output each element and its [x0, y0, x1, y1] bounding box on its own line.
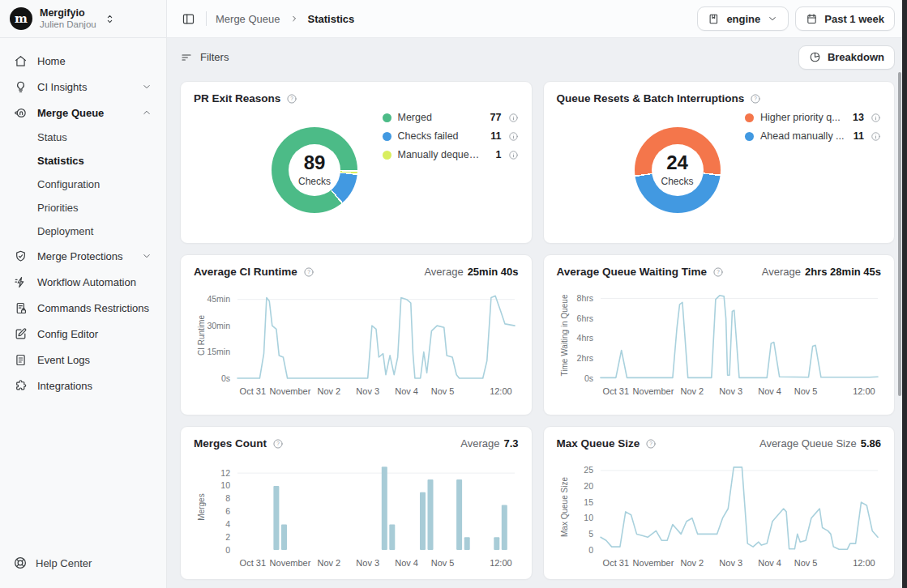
svg-text:Nov 3: Nov 3 — [719, 386, 742, 396]
svg-text:2: 2 — [225, 532, 230, 542]
svg-text:Oct 31: Oct 31 — [602, 386, 628, 396]
date-range-button[interactable]: Past 1 week — [795, 6, 895, 31]
info-icon[interactable] — [871, 131, 881, 142]
sidebar-subitem-configuration[interactable]: Configuration — [6, 173, 160, 196]
info-icon[interactable] — [508, 131, 519, 142]
filters-button[interactable]: Filters — [180, 51, 229, 64]
svg-text:Nov 2: Nov 2 — [680, 386, 704, 396]
svg-text:15: 15 — [584, 497, 593, 507]
sidebar-item-ci-insights[interactable]: CI Insights — [6, 74, 160, 100]
puzzle-icon — [14, 379, 28, 393]
card-queue-resets: Queue Resets & Batch Interruptions?24Che… — [543, 81, 896, 244]
card-avg-queue-waiting: Average Queue Waiting Time?Average2hrs 2… — [543, 254, 896, 415]
help-center-link[interactable]: Help Center — [0, 544, 166, 588]
sidebar-item-label: CI Insights — [37, 81, 131, 93]
legend-item[interactable]: Manually dequeued1 — [383, 149, 519, 160]
legend-label: Checks failed — [398, 130, 482, 142]
sidebar-item-event-logs[interactable]: Event Logs — [6, 347, 160, 373]
svg-text:Nov 2: Nov 2 — [680, 558, 704, 568]
info-icon[interactable] — [508, 113, 519, 123]
vertical-scrollbar[interactable] — [898, 72, 901, 396]
sidebar-item-merge-protections[interactable]: Merge Protections — [6, 243, 160, 269]
help-icon[interactable]: ? — [286, 93, 297, 104]
help-icon[interactable]: ? — [303, 266, 314, 278]
breadcrumb-parent[interactable]: Merge Queue — [216, 13, 280, 25]
average-value: 7.3 — [503, 437, 518, 450]
account-text: Mergifyio Julien Danjou — [40, 7, 96, 31]
help-icon[interactable]: ? — [712, 266, 724, 278]
svg-text:25: 25 — [584, 465, 593, 475]
card-merges-count: Merges Count?Average7.3024681012MergesOc… — [180, 426, 533, 580]
repo-selector-button[interactable]: engine — [697, 6, 789, 31]
queue-icon — [14, 106, 28, 120]
svg-text:November: November — [632, 386, 674, 396]
header-actions: engine Past 1 week — [697, 6, 895, 31]
svg-text:12:00: 12:00 — [853, 386, 875, 396]
help-icon[interactable]: ? — [750, 93, 761, 104]
card-average: Average25min 40s — [424, 266, 518, 278]
donut-center: 89Checks — [289, 144, 340, 196]
sidebar-subitem-status[interactable]: Status — [6, 126, 160, 149]
filter-icon — [180, 51, 193, 64]
legend-item[interactable]: Higher priority q...13 — [745, 112, 881, 123]
svg-text:0: 0 — [225, 545, 230, 555]
svg-text:8: 8 — [225, 493, 230, 503]
sidebar-subitem-priorities[interactable]: Priorities — [6, 196, 160, 219]
legend-item[interactable]: Checks failed11 — [383, 130, 519, 142]
svg-text:Max Queue Size: Max Queue Size — [560, 477, 569, 537]
legend-dot — [383, 151, 391, 160]
series-bar — [494, 537, 499, 550]
legend-dot — [745, 132, 754, 141]
help-icon[interactable]: ? — [272, 438, 284, 450]
series-bar — [502, 505, 507, 550]
account-switcher[interactable]: m Mergifyio Julien Danjou — [0, 0, 166, 38]
series-line — [601, 296, 878, 378]
svg-text:2hrs: 2hrs — [576, 353, 593, 363]
sidebar-toggle-button[interactable] — [180, 11, 197, 28]
header-divider — [206, 11, 207, 26]
sidebar-item-label: Merge Queue — [37, 107, 131, 119]
legend-dot — [383, 132, 391, 141]
breakdown-button[interactable]: Breakdown — [798, 45, 895, 70]
sidebar-subitem-statistics[interactable]: Statistics — [6, 149, 160, 173]
avg-queue-waiting-chart: 0s2hrs4hrs6hrs8hrsTime Waiting in QueueO… — [557, 283, 883, 399]
legend-label: Ahead manually ... — [760, 130, 845, 142]
donut-chart: 89Checks — [272, 127, 357, 213]
filters-label: Filters — [200, 51, 229, 63]
sidebar-item-integrations[interactable]: Integrations — [6, 373, 160, 398]
donut-center-label: Checks — [661, 176, 693, 187]
average-value: 2hrs 28min 45s — [805, 266, 881, 278]
svg-text:12:00: 12:00 — [853, 558, 875, 568]
legend-item[interactable]: Merged77 — [383, 112, 519, 123]
svg-text:?: ? — [650, 441, 653, 446]
avg-ci-runtime-chart: 0s15min30min45minCI RuntimeOct 31Novembe… — [194, 283, 520, 399]
card-average: Average7.3 — [460, 437, 518, 450]
average-label: Average Queue Size — [759, 437, 857, 450]
legend-value: 13 — [851, 112, 864, 123]
breadcrumb-current: Statistics — [308, 13, 355, 25]
sidebar-item-workflow-automation[interactable]: Workflow Automation — [6, 269, 160, 295]
legend-item[interactable]: Ahead manually ...11 — [745, 130, 881, 142]
svg-text:Nov 2: Nov 2 — [317, 386, 340, 396]
sidebar: m Mergifyio Julien Danjou HomeCI Insight… — [0, 0, 167, 588]
chevron-up-icon — [141, 107, 152, 118]
svg-text:15min: 15min — [207, 347, 230, 356]
calendar-icon — [806, 13, 818, 25]
sidebar-item-home[interactable]: Home — [6, 48, 160, 74]
card-title-wrap: Average CI Runtime? — [194, 266, 314, 278]
sidebar-item-merge-queue[interactable]: Merge Queue — [6, 100, 160, 126]
card-avg-ci-runtime: Average CI Runtime?Average25min 40s0s15m… — [180, 254, 533, 415]
org-avatar-letter: m — [15, 11, 28, 26]
card-header: Average CI Runtime?Average25min 40s — [194, 266, 519, 278]
doc-icon — [14, 353, 28, 367]
svg-text:Nov 4: Nov 4 — [758, 558, 781, 568]
info-icon[interactable] — [871, 113, 881, 123]
average-value: 25min 40s — [468, 266, 519, 278]
org-avatar: m — [10, 7, 32, 30]
sidebar-subitem-deployment[interactable]: Deployment — [6, 219, 160, 243]
sidebar-item-config-editor[interactable]: Config Editor — [6, 321, 160, 347]
chevron-down-icon — [767, 13, 778, 24]
help-icon[interactable]: ? — [645, 438, 657, 450]
info-icon[interactable] — [508, 150, 519, 160]
sidebar-item-commands-restrictions[interactable]: Commands Restrictions — [6, 295, 160, 321]
